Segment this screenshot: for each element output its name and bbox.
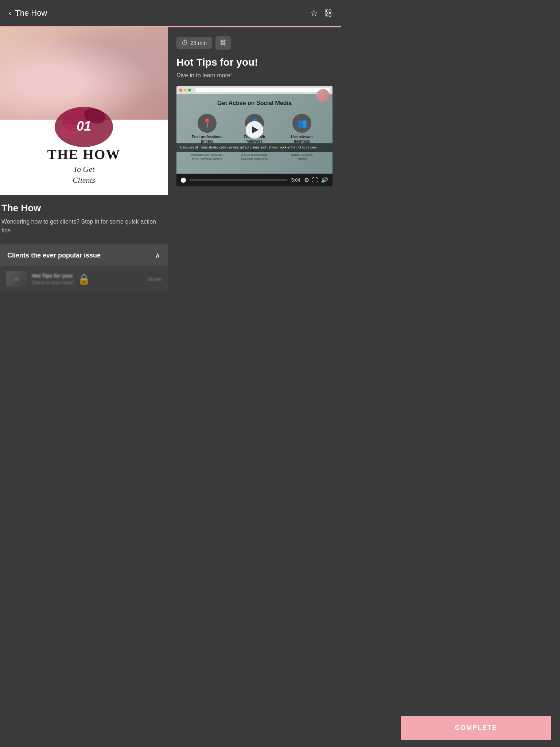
header: ‹ The How ☆ ⛓ (0, 0, 341, 26)
link-icon: ⛓ (324, 8, 332, 18)
clock-icon: ⏱ (182, 39, 188, 47)
course-image: 01 THE HOW To Get Clients (0, 27, 168, 195)
browser-dot-green (188, 89, 191, 92)
course-main-title: THE HOW (47, 147, 121, 162)
browser-dot-red (179, 89, 182, 92)
photo-icon-circle: 📍 (198, 114, 217, 133)
lesson-description: Dive in to learn more! (176, 72, 332, 79)
video-avatar (316, 89, 330, 102)
description-section: The How Wondering how to get clients? St… (0, 195, 168, 241)
play-triangle (252, 126, 258, 133)
chain-icon: ⛓ (220, 39, 226, 46)
left-column: 01 THE HOW To Get Clients The How Wonder… (0, 27, 168, 292)
splash-decoration: 01 (47, 98, 120, 149)
video-caption: Using social media strategically can hel… (176, 143, 332, 152)
lesson-thumbnail: 01 (6, 271, 27, 287)
lesson-thumb-label: 01 (14, 277, 19, 281)
controls-right: ⚙ ⛶ 🔊 (304, 177, 328, 183)
meta-row: ⏱ 28 min ⛓ (176, 36, 332, 50)
link-button[interactable]: ⛓ (324, 8, 332, 18)
star-icon: ☆ (310, 8, 318, 18)
lesson-thumb-inner: 01 (6, 271, 27, 287)
video-controls: 5:04 ⚙ ⛶ 🔊 (176, 174, 332, 186)
course-image-bottom: 01 THE HOW To Get Clients (0, 120, 168, 195)
lock-icon: 🔒 (78, 274, 90, 285)
progress-bar[interactable] (190, 179, 288, 181)
accordion-header[interactable]: Clients the ever popular issue ∧ (0, 244, 168, 266)
header-title: The How (15, 8, 47, 18)
lesson-main-title: Hot Tips for you! (176, 56, 332, 69)
right-column: ⏱ 28 min ⛓ Hot Tips for you! Dive in to … (168, 27, 341, 292)
time-display: 5:04 (291, 177, 300, 183)
browser-dot-yellow (184, 89, 187, 92)
play-button[interactable] (246, 121, 263, 139)
course-number: 01 (77, 119, 91, 133)
video-icon-photos: 📍 Post professional photos Share high-qu… (191, 114, 223, 161)
back-icon: ‹ (9, 8, 11, 18)
video-player[interactable]: Get Active on Social Media 📍 Post profes… (176, 86, 332, 187)
lesson-item[interactable]: 01 Hot Tips for you! Dive in to learn mo… (0, 266, 168, 292)
lesson-duration: 28 min (148, 276, 162, 282)
lock-icon-container: 🔒 (78, 273, 90, 285)
photo-icon-label: Post professional photos (191, 135, 223, 144)
back-button[interactable]: ‹ (9, 8, 11, 18)
link-badge[interactable]: ⛓ (215, 36, 231, 50)
accordion-title: Clients the ever popular issue (7, 252, 101, 259)
browser-address-bar (195, 88, 330, 92)
chevron-up-icon: ∧ (155, 251, 160, 260)
course-sub-title: To Get Clients (73, 164, 95, 186)
video-icon-hashtags: 👥 Use relevant hashtags Use niche hashta… (285, 114, 318, 161)
duration-text: 28 min (190, 40, 207, 46)
duration-badge: ⏱ 28 min (176, 37, 212, 49)
video-content: Get Active on Social Media 📍 Post profes… (176, 86, 332, 174)
description-title: The How (1, 202, 166, 214)
hashtag-icon-circle: 👥 (292, 114, 311, 133)
settings-icon[interactable]: ⚙ (304, 177, 309, 183)
progress-dot[interactable] (181, 178, 186, 183)
bookmark-button[interactable]: ☆ (310, 8, 318, 18)
description-text: Wondering how to get clients? Stop in fo… (1, 217, 166, 235)
browser-chrome (176, 86, 332, 94)
hashtag-icon-label: Use relevant hashtags (285, 135, 318, 144)
video-slide-title: Get Active on Social Media (217, 100, 292, 107)
header-icons: ☆ ⛓ (310, 8, 332, 18)
volume-icon[interactable]: 🔊 (321, 177, 328, 183)
accordion: Clients the ever popular issue ∧ 01 Hot … (0, 244, 168, 292)
header-left: ‹ The How (9, 8, 47, 18)
main-content: 01 THE HOW To Get Clients The How Wonder… (0, 27, 341, 292)
video-inner: Get Active on Social Media 📍 Post profes… (176, 86, 332, 174)
fullscreen-icon[interactable]: ⛶ (312, 177, 318, 183)
